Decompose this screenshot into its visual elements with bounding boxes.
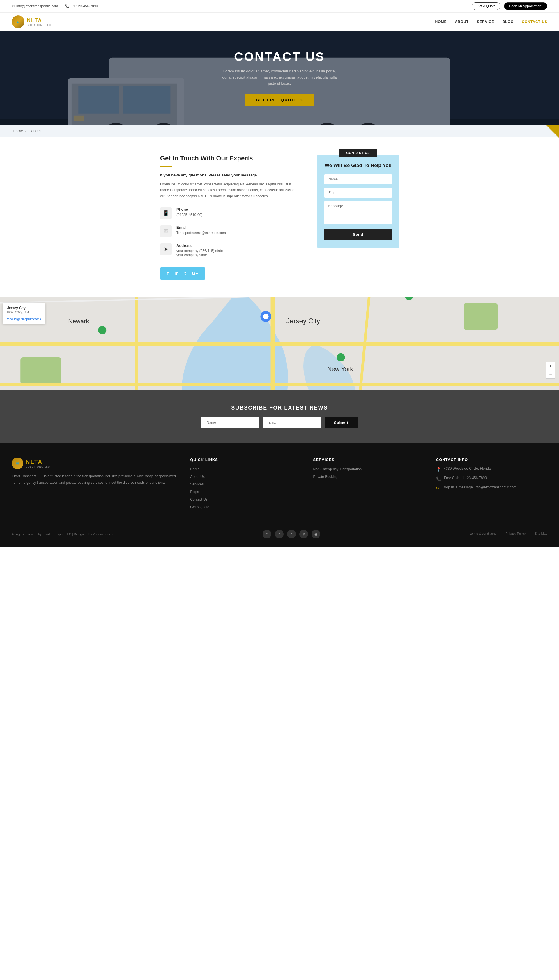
footer-twitter[interactable]: t	[287, 530, 296, 538]
nav-contact[interactable]: CONTACT US	[522, 20, 547, 24]
subscribe-email-input[interactable]	[263, 417, 321, 429]
form-message-input[interactable]	[324, 201, 392, 224]
top-bar: ✉ info@efforttransportllc.com 📞 +1 123-4…	[0, 0, 559, 13]
googleplus-link[interactable]: G+	[192, 271, 198, 276]
footer-link-about[interactable]: About Us	[190, 475, 204, 479]
map-city: Jersey City	[7, 306, 41, 310]
email-text: Email Transportexress@example.com	[177, 225, 226, 235]
map-zoom-in[interactable]: +	[546, 362, 555, 370]
subscribe-submit-button[interactable]: Submit	[325, 417, 358, 429]
form-heading: We Will Be Glad To Help You	[324, 163, 392, 168]
form-name-input[interactable]	[324, 174, 392, 184]
logo-icon: 🌐	[12, 15, 25, 28]
breadcrumb: Home / Contact	[0, 125, 559, 137]
list-item: Non-Emergency Transportation	[313, 467, 425, 471]
svg-rect-23	[20, 357, 61, 385]
email-icon: ✉	[12, 4, 15, 8]
footer-link-contact[interactable]: Contact Us	[190, 497, 207, 502]
sitemap-link[interactable]: Site Map	[535, 532, 547, 536]
form-email-input[interactable]	[324, 188, 392, 198]
footer-rss[interactable]: ◉	[311, 530, 320, 538]
footer-quicklinks-heading: QUICK LINKS	[190, 457, 301, 462]
map-popup: Jersey City New Jersey, USA View larger …	[3, 303, 45, 323]
facebook-link[interactable]: f	[167, 271, 169, 276]
divider: |	[529, 532, 531, 536]
breadcrumb-home[interactable]: Home	[13, 129, 23, 133]
footer-services-heading: SERVICES	[313, 457, 425, 462]
footer-bottom: All rights reserved by Effort Transport …	[12, 524, 547, 538]
phone-icon: 📞	[436, 477, 441, 481]
footer-quicklinks-list: Home About Us Services Blogs Contact Us …	[190, 467, 301, 509]
phone-text: Phone (01235-4519-00)	[177, 207, 202, 217]
footer-link-blogs[interactable]: Blogs	[190, 490, 199, 494]
footer-brand-desc: Effort Transport LLC is a trusted leader…	[12, 473, 179, 486]
hero-title: CONTACT US	[221, 50, 338, 64]
contact-section: Get In Touch With Our Experts If you hav…	[149, 137, 410, 297]
map-larger-link[interactable]: View larger map	[7, 318, 28, 321]
footer-link-quote[interactable]: Get A Quote	[190, 505, 209, 509]
logo-subtitle: SOLUTIONS LLC	[27, 23, 51, 26]
footer-logo-text: NLTA	[26, 459, 50, 465]
map-background: Jersey City New York Lincoln Center Newa…	[0, 297, 559, 390]
list-item: Home	[190, 467, 301, 471]
logo: 🌐 NLTA SOLUTIONS LLC	[12, 15, 51, 28]
twitter-link[interactable]: t	[185, 271, 186, 276]
contact-description: Lorem ipsum dolor sit amet, consectetur …	[160, 181, 300, 199]
footer-service-1[interactable]: Non-Emergency Transportation	[313, 467, 362, 471]
hero-description: Lorem ipsum dolor sit amet, consectetur …	[221, 68, 338, 86]
breadcrumb-current: Contact	[28, 129, 41, 133]
social-bar: f in t G+	[160, 267, 205, 280]
list-item: Blogs	[190, 489, 301, 494]
map-state: New Jersey, USA	[7, 310, 41, 314]
footer-pinterest[interactable]: ⊕	[299, 530, 308, 538]
footer-service-2[interactable]: Private Booking	[313, 475, 338, 479]
list-item: Private Booking	[313, 474, 425, 479]
hero-cta-button[interactable]: GET FREE QUOTE »	[245, 94, 314, 106]
phone-icon: 📞	[65, 4, 69, 8]
address-item: ➤ Address your company (256/415) state y…	[160, 243, 300, 257]
nav-service[interactable]: SERVICE	[477, 20, 494, 24]
contact-info: Get In Touch With Our Experts If you hav…	[160, 155, 300, 280]
privacy-link[interactable]: Privacy Policy	[505, 532, 525, 536]
list-item: Get A Quote	[190, 505, 301, 509]
breadcrumb-separator: /	[25, 129, 26, 133]
list-item: Contact Us	[190, 497, 301, 502]
map-directions-link[interactable]: Directions	[28, 318, 41, 321]
footer-logo: 🌐 NLTA SOLUTIONS LLC	[12, 457, 179, 469]
email-icon: ✉	[164, 228, 168, 234]
subscribe-heading: SUBSCRIBE FOR LATEST NEWS	[231, 405, 328, 411]
svg-text:Newark: Newark	[68, 318, 89, 325]
terms-link[interactable]: terms & conditions	[470, 532, 496, 536]
top-bar-actions: Get A Quote Book An Appointment	[471, 2, 547, 10]
footer-link-home[interactable]: Home	[190, 467, 199, 471]
address-icon-box: ➤	[160, 243, 172, 255]
phone-item: 📱 Phone (01235-4519-00)	[160, 207, 300, 219]
contact-form-card: CONTACT US We Will Be Glad To Help You S…	[318, 155, 399, 248]
nav-blog[interactable]: BLOG	[503, 20, 514, 24]
nav-home[interactable]: HOME	[435, 20, 447, 24]
hero-section: CONTACT US Lorem ipsum dolor sit amet, c…	[0, 31, 559, 125]
nav-links: HOME ABOUT SERVICE BLOG CONTACT US	[435, 20, 547, 24]
get-quote-button[interactable]: Get A Quote	[471, 2, 501, 10]
nav-about[interactable]: ABOUT	[455, 20, 469, 24]
linkedin-link[interactable]: in	[174, 271, 179, 276]
subscribe-section: SUBSCRIBE FOR LATEST NEWS Submit	[0, 390, 559, 443]
email-contact: ✉ info@efforttransportllc.com	[12, 4, 58, 8]
list-item: About Us	[190, 474, 301, 479]
form-send-button[interactable]: Send	[324, 229, 392, 240]
map-zoom-out[interactable]: −	[546, 370, 555, 378]
footer-linkedin[interactable]: in	[275, 530, 284, 538]
phone-icon: 📱	[163, 210, 169, 216]
logo-text-wrap: NLTA SOLUTIONS LLC	[27, 18, 51, 26]
heading-underline	[160, 166, 172, 167]
footer-facebook[interactable]: f	[263, 530, 271, 538]
svg-text:Jersey City: Jersey City	[286, 317, 320, 325]
svg-text:New York: New York	[327, 366, 353, 372]
contact-form-wrap: CONTACT US We Will Be Glad To Help You S…	[318, 155, 399, 280]
divider: |	[501, 532, 502, 536]
subscribe-name-input[interactable]	[201, 417, 260, 429]
map-zoom-controls: + −	[546, 362, 555, 379]
book-appointment-button[interactable]: Book An Appointment	[504, 2, 547, 10]
top-bar-contact: ✉ info@efforttransportllc.com 📞 +1 123-4…	[12, 4, 98, 8]
footer-link-services[interactable]: Services	[190, 482, 203, 487]
